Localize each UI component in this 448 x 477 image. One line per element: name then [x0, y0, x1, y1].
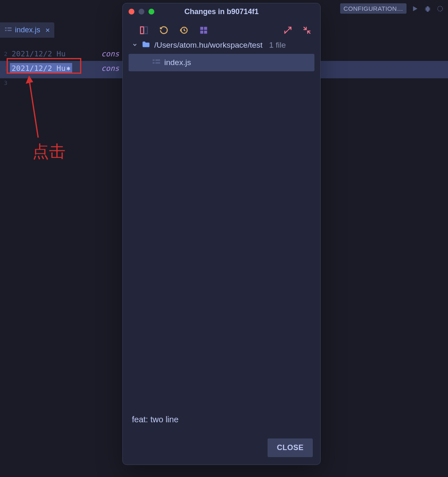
- svg-rect-4: [7, 30, 12, 31]
- svg-rect-10: [200, 27, 203, 30]
- svg-rect-2: [7, 27, 12, 29]
- file-icon: [153, 58, 160, 67]
- asterisk-icon: ✱: [66, 64, 71, 72]
- traffic-lights: [123, 9, 154, 15]
- play-icon[interactable]: [411, 5, 419, 12]
- line-number: 1: [0, 65, 7, 72]
- svg-point-0: [438, 6, 443, 11]
- dialog-titlebar[interactable]: Changes in b90714f1: [123, 3, 320, 20]
- expand-icon[interactable]: [284, 26, 292, 34]
- svg-rect-17: [156, 62, 160, 63]
- dialog-body: /Users/atom.hu/workspace/test 1 file ind…: [123, 39, 320, 415]
- window-zoom-icon[interactable]: [149, 9, 154, 15]
- svg-rect-1: [5, 27, 7, 29]
- gutter-row-selected[interactable]: 1 2021/12/2 Hu ✱: [0, 61, 82, 75]
- tree-file-item[interactable]: index.js: [129, 54, 314, 71]
- diff-icon[interactable]: [139, 26, 149, 35]
- code-line[interactable]: cons: [101, 46, 119, 61]
- gutter-row: 3: [0, 75, 82, 90]
- tree-root[interactable]: /Users/atom.hu/workspace/test 1 file: [128, 39, 315, 51]
- folder-icon: [142, 41, 150, 50]
- window-minimize-icon[interactable]: [139, 9, 144, 15]
- svg-rect-8: [144, 27, 147, 34]
- configuration-button[interactable]: CONFIGURATION…: [340, 3, 407, 14]
- blame-label[interactable]: 2021/12/2 Hu: [10, 48, 67, 59]
- gutter-row[interactable]: 2 2021/12/2 Hu: [0, 46, 82, 61]
- window-close-icon[interactable]: [129, 9, 134, 15]
- file-icon: [5, 27, 12, 34]
- line-number: 2: [0, 51, 7, 57]
- code-area: cons cons: [101, 46, 119, 75]
- tree-file-count: 1 file: [269, 41, 286, 50]
- tree-path: /Users/atom.hu/workspace/test: [154, 41, 263, 50]
- code-line[interactable]: cons: [101, 61, 119, 75]
- collapse-icon[interactable]: [303, 26, 311, 34]
- blame-text: 2021/12/2 Hu: [12, 64, 66, 73]
- tree-file-name: index.js: [164, 58, 191, 67]
- commit-message: feat: two line: [123, 415, 320, 433]
- svg-rect-16: [153, 62, 155, 63]
- svg-rect-13: [204, 31, 207, 34]
- annotation-text: 点击: [32, 140, 66, 163]
- dialog-footer: CLOSE: [123, 433, 320, 465]
- tab-label: index.js: [15, 26, 40, 34]
- top-toolbar: CONFIGURATION…: [340, 3, 444, 14]
- blame-label-selected[interactable]: 2021/12/2 Hu ✱: [10, 63, 72, 73]
- gutter-blame: 2 2021/12/2 Hu 1 2021/12/2 Hu ✱ 3: [0, 46, 82, 90]
- svg-rect-3: [5, 30, 7, 31]
- line-number: 3: [0, 80, 7, 86]
- svg-rect-7: [141, 27, 144, 34]
- svg-rect-11: [204, 27, 207, 30]
- chevron-down-icon[interactable]: [132, 42, 138, 49]
- bug-icon[interactable]: [424, 5, 431, 12]
- editor-tab[interactable]: index.js ✕: [0, 22, 54, 38]
- changes-dialog: Changes in b90714f1 /U: [122, 3, 321, 465]
- svg-rect-14: [153, 59, 155, 61]
- tab-close-icon[interactable]: ✕: [44, 27, 50, 34]
- close-button[interactable]: CLOSE: [268, 438, 313, 457]
- svg-rect-12: [200, 31, 203, 34]
- dialog-toolbar: [123, 20, 320, 39]
- history-back-icon[interactable]: [159, 26, 168, 35]
- svg-rect-15: [156, 59, 160, 61]
- refresh-icon[interactable]: [436, 5, 444, 12]
- grid-icon[interactable]: [199, 26, 208, 35]
- history-icon[interactable]: [179, 26, 188, 35]
